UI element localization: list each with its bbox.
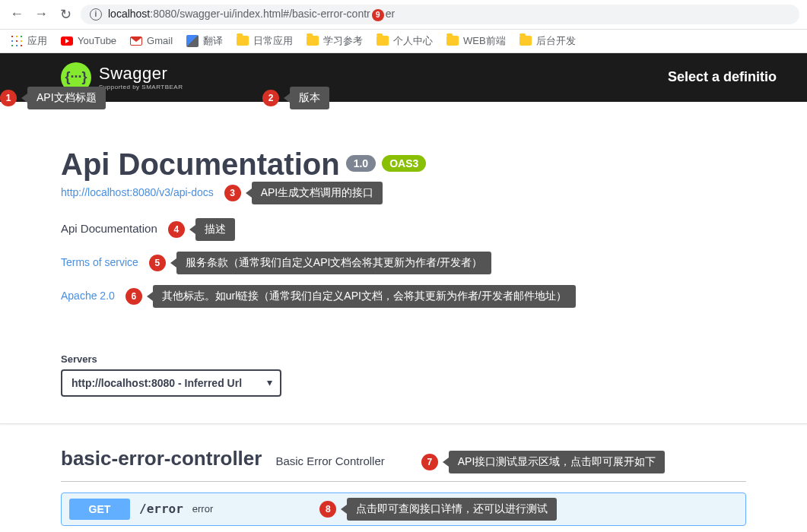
- bookmark-label: Gmail: [147, 35, 173, 46]
- bookmark-label: 后台开发: [536, 34, 576, 48]
- annotation-number: 2: [262, 90, 279, 106]
- annotation-arrow-icon: [21, 93, 27, 103]
- annotation-label: API生成文档调用的接口: [252, 182, 383, 204]
- annotation-number: 3: [224, 185, 241, 201]
- annotation-badge-9: 9: [372, 9, 384, 21]
- bookmark-label: 日常应用: [253, 34, 293, 48]
- swagger-supported-text: Supported by SMARTBEAR: [99, 84, 183, 90]
- annotation-4: 4 描述: [168, 218, 235, 241]
- bookmark-study[interactable]: 学习参考: [307, 34, 363, 48]
- servers-label: Servers: [61, 353, 746, 365]
- annotation-2: 2 版本: [262, 87, 329, 109]
- annotation-arrow-icon: [147, 292, 153, 301]
- bookmark-label: 个人中心: [393, 34, 433, 48]
- annotation-label: 点击即可查阅接口详情，还可以进行测试: [347, 498, 557, 521]
- folder-icon: [307, 36, 319, 46]
- address-bar[interactable]: i localhost:8080/swagger-ui/index.html#/…: [81, 5, 799, 24]
- api-docs-link[interactable]: http://localhost:8080/v3/api-docs: [61, 186, 214, 198]
- site-info-icon[interactable]: i: [90, 8, 102, 21]
- annotation-label: 描述: [195, 218, 235, 241]
- bookmarks-bar: 应用 YouTube Gmail 翻译 日常应用 学习参考 个人中心 WEB前端…: [0, 30, 807, 53]
- annotation-number: 7: [421, 454, 438, 470]
- annotation-8: 8 点击即可查阅接口详情，还可以进行测试: [319, 498, 557, 521]
- swagger-brand-text: Swagger: [99, 64, 183, 84]
- gmail-icon: [130, 36, 142, 46]
- server-select[interactable]: http://localhost:8080 - Inferred Url: [61, 369, 281, 397]
- bookmark-youtube[interactable]: YouTube: [61, 35, 116, 46]
- url-path: :8080/swagger-ui/index.html#/basic-error…: [150, 8, 370, 20]
- folder-icon: [237, 36, 249, 46]
- annotation-arrow-icon: [189, 225, 195, 234]
- select-definition-label: Select a definitio: [668, 69, 777, 85]
- reload-button[interactable]: ↻: [56, 5, 75, 24]
- annotation-7: 7 API接口测试显示区域，点击即可展开如下: [421, 451, 666, 473]
- bookmark-label: 翻译: [203, 34, 223, 48]
- annotation-number: 6: [125, 288, 142, 305]
- tag-description: Basic Error Controller: [275, 454, 384, 467]
- forward-button[interactable]: →: [32, 5, 50, 24]
- annotation-number: 5: [149, 255, 166, 271]
- method-badge-get: GET: [69, 499, 130, 520]
- annotation-label: 其他标志。如url链接（通常我们自定义API文档，会将其更新为作者/开发者邮件地…: [153, 285, 576, 308]
- apps-shortcut[interactable]: 应用: [11, 34, 47, 48]
- annotation-5: 5 服务条款（通常我们自定义API文档会将其更新为作者/开发者）: [149, 252, 491, 274]
- bookmark-backend[interactable]: 后台开发: [519, 34, 576, 48]
- bookmark-daily[interactable]: 日常应用: [237, 34, 293, 48]
- api-title: Api Documentation: [61, 147, 340, 182]
- annotation-label: 服务条款（通常我们自定义API文档会将其更新为作者/开发者）: [176, 252, 491, 274]
- annotation-label: 版本: [290, 87, 329, 109]
- tag-header[interactable]: basic-error-controller Basic Error Contr…: [61, 447, 746, 482]
- annotation-arrow-icon: [170, 258, 176, 268]
- annotation-arrow-icon: [246, 188, 252, 198]
- api-description: Api Documentation: [61, 222, 157, 235]
- annotation-6: 6 其他标志。如url链接（通常我们自定义API文档，会将其更新为作者/开发者邮…: [125, 285, 576, 308]
- annotation-arrow-icon: [443, 458, 449, 467]
- folder-icon: [519, 36, 532, 46]
- url-host: localhost: [108, 8, 150, 20]
- annotation-arrow-icon: [341, 505, 347, 514]
- youtube-icon: [61, 36, 73, 46]
- url-text: localhost:8080/swagger-ui/index.html#/ba…: [108, 8, 395, 21]
- annotation-number: 1: [0, 90, 17, 106]
- annotation-arrow-icon: [284, 93, 290, 103]
- info-section: 1 API文档标题 2 版本 Api Documentation 1.0 OAS…: [0, 102, 807, 397]
- operation-path: /error: [139, 502, 183, 516]
- bookmark-gmail[interactable]: Gmail: [130, 35, 173, 46]
- annotation-1: 1 API文档标题: [0, 87, 106, 109]
- folder-icon: [376, 36, 389, 46]
- bookmark-label: 学习参考: [323, 34, 363, 48]
- translate-icon: [186, 35, 199, 47]
- back-button[interactable]: ←: [8, 5, 26, 24]
- version-badge: 1.0: [346, 155, 376, 172]
- annotation-label: API接口测试显示区域，点击即可展开如下: [449, 451, 666, 473]
- license-link[interactable]: Apache 2.0: [61, 290, 115, 302]
- tag-name: basic-error-controller: [61, 447, 262, 470]
- servers-section: Servers http://localhost:8080 - Inferred…: [61, 353, 746, 397]
- annotation-label: API文档标题: [27, 87, 106, 109]
- bookmark-label: YouTube: [78, 35, 116, 46]
- url-suffix: er: [386, 8, 395, 20]
- bookmark-personal[interactable]: 个人中心: [376, 34, 433, 48]
- browser-toolbar: ← → ↻ i localhost:8080/swagger-ui/index.…: [0, 0, 807, 30]
- bookmark-label: WEB前端: [463, 34, 506, 48]
- bookmark-translate[interactable]: 翻译: [186, 34, 223, 48]
- annotation-3: 3 API生成文档调用的接口: [224, 182, 383, 204]
- folder-icon: [446, 36, 459, 46]
- operation-get-error[interactable]: GET /error error 8 点击即可查阅接口详情，还可以进行测试: [61, 492, 746, 526]
- annotation-number: 4: [168, 221, 185, 238]
- apps-grid-icon: [11, 35, 23, 47]
- swagger-topbar: {···} Swagger Supported by SMARTBEAR Sel…: [0, 53, 807, 102]
- operation-description: error: [192, 503, 213, 515]
- tag-section: basic-error-controller Basic Error Contr…: [0, 424, 807, 532]
- oas-badge: OAS3: [382, 155, 426, 172]
- annotation-number: 8: [319, 501, 336, 518]
- bookmark-label: 应用: [27, 34, 47, 48]
- bookmark-webfront[interactable]: WEB前端: [446, 34, 506, 48]
- terms-of-service-link[interactable]: Terms of service: [61, 256, 138, 268]
